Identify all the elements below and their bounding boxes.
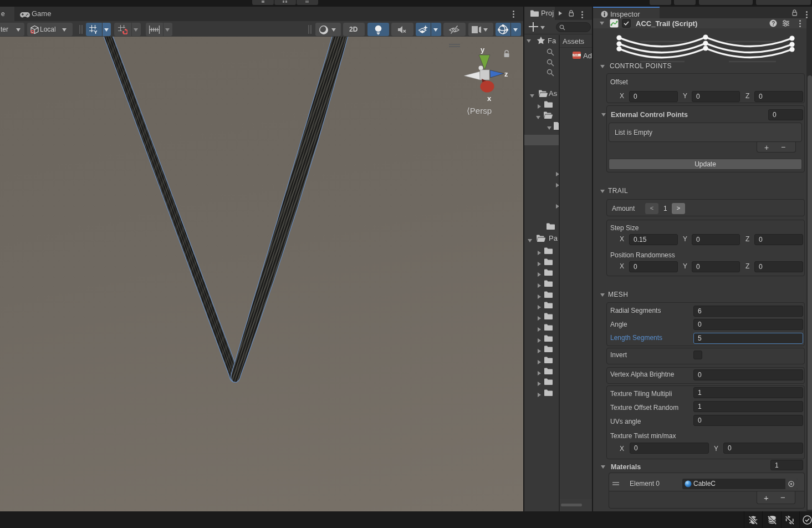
- svg-text:y: y: [481, 47, 485, 54]
- svg-text:?: ?: [772, 21, 775, 27]
- svg-text:z: z: [504, 70, 508, 78]
- svg-text:x: x: [487, 94, 492, 103]
- svg-text:PDF: PDF: [574, 54, 579, 57]
- svg-text:Y: Y: [94, 29, 98, 34]
